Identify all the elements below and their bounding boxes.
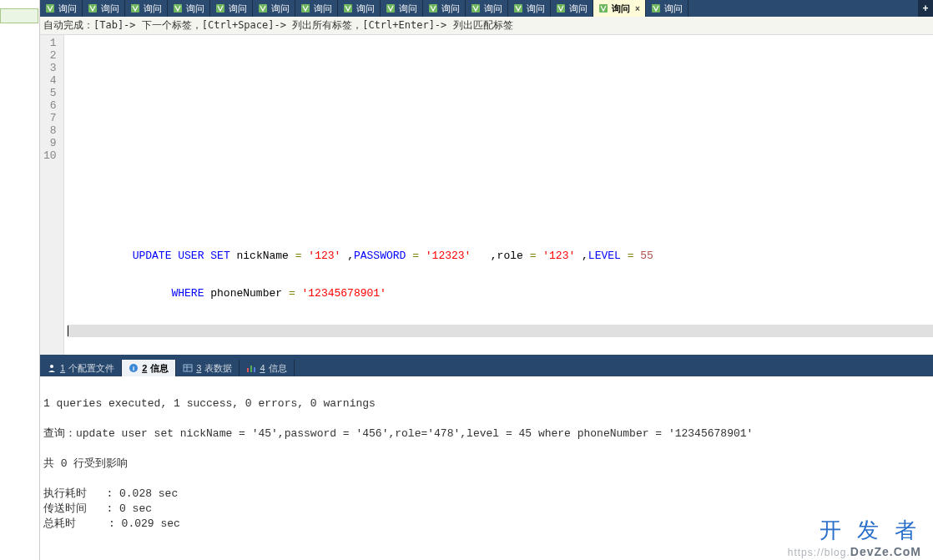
line-number: 3 <box>43 62 57 74</box>
query-tab[interactable]: 询问 <box>423 0 466 17</box>
result-tab-bar: 1 个配置文件i2 信息3 表数据4 信息 <box>40 360 933 376</box>
result-tab[interactable]: i2 信息 <box>122 360 176 376</box>
svg-text:i: i <box>133 365 134 372</box>
total-time-value: : 0.029 sec <box>108 517 180 530</box>
svg-point-15 <box>50 365 53 368</box>
tab-label: 询问 <box>101 3 119 15</box>
query-tab[interactable]: 询问 <box>168 0 210 17</box>
tab-label: 询问 <box>356 3 375 15</box>
query-icon <box>88 3 98 13</box>
query-icon <box>428 3 438 13</box>
code-line[interactable]: WHERE phoneNumber = '12345678901' <box>68 287 933 300</box>
tab-number: 2 <box>142 363 147 373</box>
query-tab[interactable]: 询问 <box>646 0 688 17</box>
exec-time-label: 执行耗时 <box>43 487 87 500</box>
line-number: 2 <box>43 49 57 62</box>
tab-label: 询问 <box>58 3 77 15</box>
code-line[interactable] <box>68 174 933 187</box>
line-number: 6 <box>43 99 57 112</box>
query-tab[interactable]: 询问× <box>593 0 646 17</box>
line-number: 7 <box>43 112 57 124</box>
tab-number: 4 <box>260 363 265 373</box>
output-rows-affected: 共 0 行受到影响 <box>43 457 128 470</box>
profile-icon <box>47 363 57 373</box>
svg-rect-21 <box>247 368 249 372</box>
exec-time-value: : 0.028 sec <box>106 487 178 500</box>
tab-label: 询问 <box>612 3 630 15</box>
query-tab[interactable]: 询问 <box>508 0 551 17</box>
tab-label: 信息 <box>269 362 287 375</box>
tab-number: 3 <box>196 363 201 373</box>
query-tab[interactable]: 询问 <box>466 0 508 17</box>
close-icon[interactable]: × <box>635 4 640 13</box>
line-number: 1 <box>43 37 57 49</box>
tab-label: 询问 <box>186 3 204 15</box>
code-line-current[interactable] <box>68 325 933 337</box>
tab-number: 1 <box>60 363 65 373</box>
query-icon <box>45 3 55 13</box>
query-tab[interactable]: 询问 <box>40 0 83 17</box>
code-area[interactable]: UPDATE USER SET nickName = '123' ,PASSWO… <box>64 35 933 355</box>
sql-editor[interactable]: 12345678910 UPDATE USER SET nickName = '… <box>40 35 933 355</box>
autocomplete-hint: 自动完成：[Tab]-> 下一个标签，[Ctrl+Space]-> 列出所有标签… <box>40 17 933 35</box>
result-tab[interactable]: 3 表数据 <box>176 360 240 376</box>
line-number: 5 <box>43 87 57 99</box>
query-icon <box>598 3 608 13</box>
query-tab[interactable]: 询问 <box>210 0 253 17</box>
result-tab[interactable]: 1 个配置文件 <box>40 360 122 376</box>
line-number: 9 <box>43 137 57 149</box>
svg-rect-22 <box>250 366 252 372</box>
query-icon <box>258 3 268 13</box>
code-line[interactable] <box>68 62 933 74</box>
output-query: 查询：update user set nickName = '45',passw… <box>43 427 753 440</box>
svg-rect-18 <box>184 365 192 371</box>
result-tab[interactable]: 4 信息 <box>240 360 294 376</box>
tab-label: 询问 <box>484 3 502 15</box>
tab-label: 询问 <box>569 3 588 15</box>
output-summary: 1 queries executed, 1 success, 0 errors,… <box>43 397 376 410</box>
query-tab[interactable]: 询问 <box>295 0 338 17</box>
tab-label: 询问 <box>399 3 417 15</box>
line-number-gutter: 12345678910 <box>40 35 64 355</box>
line-number: 10 <box>43 149 57 162</box>
query-icon <box>471 3 481 13</box>
code-line[interactable]: UPDATE USER SET nickName = '123' ,PASSWO… <box>68 250 933 262</box>
query-icon <box>651 3 661 13</box>
query-tab-bar: 询问询问询问询问询问询问询问询问询问询问询问询问询问询问×询问+ <box>40 0 933 17</box>
tab-label: 询问 <box>527 3 545 15</box>
total-time-label: 总耗时 <box>43 517 76 530</box>
tab-label: 询问 <box>314 3 332 15</box>
query-icon <box>300 3 310 13</box>
add-tab-button[interactable]: + <box>918 0 933 17</box>
left-gutter <box>0 0 40 560</box>
query-tab[interactable]: 询问 <box>83 0 125 17</box>
code-line[interactable] <box>68 99 933 112</box>
query-icon <box>215 3 225 13</box>
query-icon <box>386 3 396 13</box>
tab-label: 询问 <box>144 3 162 15</box>
tab-label: 询问 <box>664 3 683 15</box>
svg-rect-23 <box>254 367 255 372</box>
query-icon <box>556 3 566 13</box>
main-panel: 询问询问询问询问询问询问询问询问询问询问询问询问询问询问×询问+ 自动完成：[T… <box>40 0 933 560</box>
query-icon <box>343 3 353 13</box>
transfer-time-label: 传送时间 <box>43 502 87 515</box>
code-line[interactable] <box>68 212 933 225</box>
output-panel[interactable]: 1 queries executed, 1 success, 0 errors,… <box>40 376 933 560</box>
line-number: 4 <box>43 74 57 87</box>
query-icon <box>130 3 140 13</box>
query-tab[interactable]: 询问 <box>551 0 593 17</box>
tab-label: 表数据 <box>204 362 232 375</box>
query-tab[interactable]: 询问 <box>253 0 295 17</box>
info-icon: i <box>129 363 139 373</box>
tab-label: 询问 <box>441 3 460 15</box>
code-line[interactable] <box>68 137 933 149</box>
table-icon <box>183 363 193 373</box>
transfer-time-value: : 0 sec <box>106 502 152 515</box>
query-tab[interactable]: 询问 <box>338 0 381 17</box>
gutter-cell[interactable] <box>0 8 38 23</box>
tab-label: 询问 <box>229 3 247 15</box>
query-tab[interactable]: 询问 <box>381 0 423 17</box>
query-tab[interactable]: 询问 <box>125 0 168 17</box>
tab-label: 信息 <box>150 362 169 375</box>
